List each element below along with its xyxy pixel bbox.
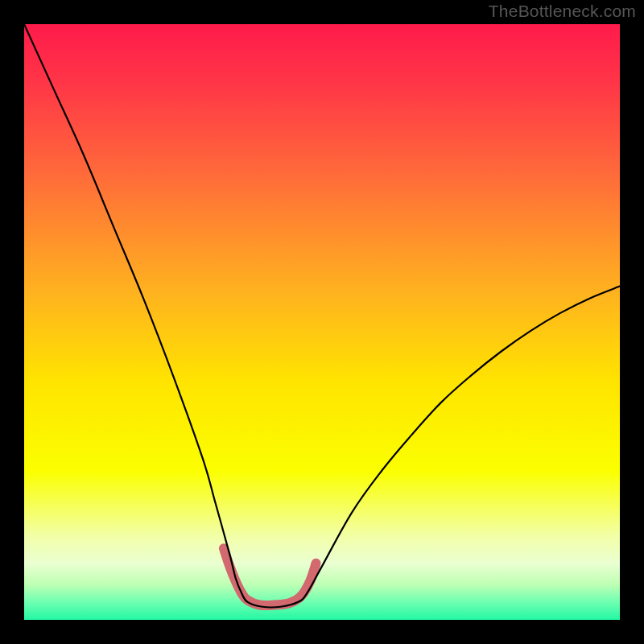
chart-curve [24, 24, 620, 608]
plot-area [24, 24, 620, 620]
chart-highlight [224, 548, 316, 605]
watermark-text: TheBottleneck.com [489, 2, 636, 21]
outer-frame: TheBottleneck.com [0, 0, 644, 644]
chart-svg [24, 24, 620, 620]
